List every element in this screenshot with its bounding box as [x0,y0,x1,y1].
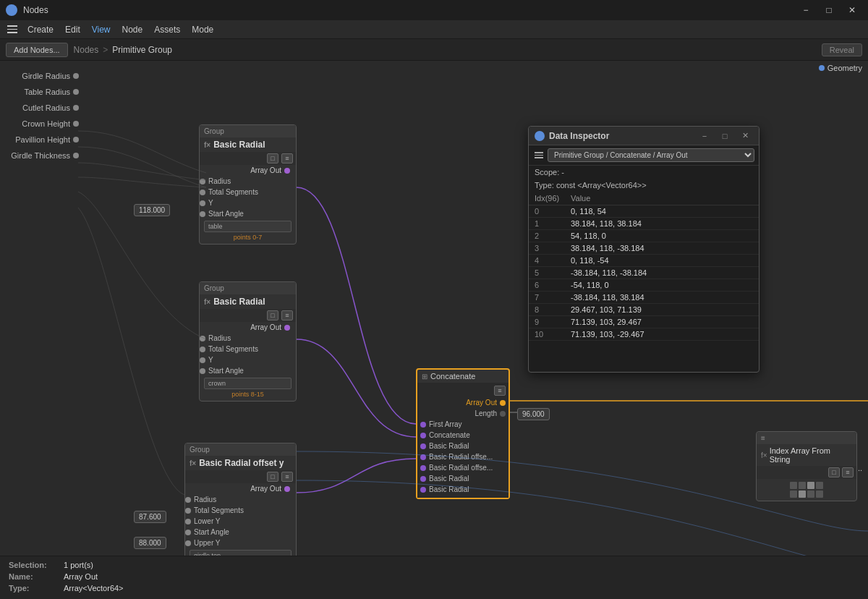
input-dot-segs-3[interactable] [185,508,191,514]
node-folder-btn-1[interactable]: □ [267,153,278,163]
input-dot-start-2[interactable] [200,368,205,374]
status-row-selection: Selection: 1 port(s) [9,561,859,569]
status-selection-value: 1 port(s) [64,561,93,569]
hamburger-line3 [7,32,17,33]
input-dot-y-2[interactable] [200,357,205,363]
node-label-box-2: crown [204,378,292,389]
menu-mode[interactable]: Mode [186,22,219,37]
input-dot-start-3[interactable] [185,530,191,535]
di-col-idx: Idx(96) [535,194,571,203]
maximize-button[interactable]: □ [819,2,839,18]
menu-node[interactable]: Node [116,22,149,37]
fx-badge-3: f× [190,459,196,467]
di-path-select[interactable]: Primitive Group / Concatenate / Array Ou… [548,148,754,162]
di-minimize-btn[interactable]: − [697,129,712,143]
input-lower-y-3: Lower Y [185,516,296,527]
di-table-row: 6-54, 118, 0 [529,279,759,292]
value-box-96[interactable]: 96.000 [517,408,550,420]
di-cell-val: -38.184, 118, 38.184 [571,293,753,302]
node-menu-btn-1[interactable]: ≡ [281,153,293,163]
di-cell-idx: 4 [535,256,571,265]
input-dot-radius-1[interactable] [200,179,205,184]
di-maximize-btn[interactable]: □ [717,129,733,143]
array-out-dot-3[interactable] [284,486,290,492]
pavillion-height-dot[interactable] [73,137,79,143]
cutlet-radius-dot[interactable] [73,105,79,111]
crown-height-dot[interactable] [73,121,79,127]
value-box-118[interactable]: 118.000 [134,204,170,216]
ia-folder-btn[interactable]: □ [828,467,840,477]
minimize-button[interactable]: − [796,2,816,18]
table-radius-dot[interactable] [73,89,79,95]
value-box-87[interactable]: 87.600 [134,511,166,523]
input-dot-start-1[interactable] [200,211,205,217]
node-folder-btn-2[interactable]: □ [267,310,278,320]
concat-out-dot[interactable] [500,400,506,406]
ia-menu-btn[interactable]: ≡ [842,467,854,477]
node-menu-btn-3[interactable]: ≡ [281,472,293,482]
node-output-2: Array Out [200,322,296,333]
concat-input-4: Basic Radial offse... [417,462,509,473]
di-table-body[interactable]: 00, 118, 54138.184, 118, 38.184254, 118,… [529,205,759,372]
menu-assets[interactable]: Assets [148,22,186,37]
array-out-dot-1[interactable] [284,168,290,174]
add-nodes-button[interactable]: Add Nodes... [6,43,68,57]
di-cell-idx: 9 [535,318,571,326]
menu-create[interactable]: Create [22,22,59,37]
node-output-3: Array Out [185,483,296,494]
di-cell-idx: 3 [535,244,571,252]
label-crown-height: Crown Height [0,116,83,132]
canvas-area[interactable]: Geometry Girdle Radius Table Radius Cutl… [0,61,868,556]
node-label-box-3: girdle top [190,550,292,556]
status-selection-label: Selection: [9,561,59,569]
di-hamburger[interactable] [533,150,545,160]
input-dot-lowery-3[interactable] [185,519,191,524]
node-toolbar-2: □ ≡ [200,309,296,322]
concat-in-dot-5[interactable] [420,476,426,482]
input-dot-segs-1[interactable] [200,190,205,195]
concat-array-out: Array Out [417,397,509,408]
input-dot-radius-2[interactable] [200,336,205,341]
status-name-value: Array Out [64,572,98,581]
menu-view[interactable]: View [86,22,116,37]
breadcrumb: Nodes > Primitive Group [74,45,172,55]
menu-edit[interactable]: Edit [59,22,86,37]
reveal-button[interactable]: Reveal [822,43,862,56]
di-cell-val: -38.184, 118, -38.184 [571,268,753,277]
girdle-radius-dot[interactable] [73,73,79,79]
hamburger-menu[interactable] [3,22,22,36]
input-dot-radius-3[interactable] [185,497,191,503]
value-box-88[interactable]: 88.000 [134,537,166,549]
breadcrumb-separator: > [103,45,108,55]
input-dot-y-1[interactable] [200,200,205,206]
geometry-text: Geometry [827,64,862,72]
node-title-3: f× Basic Radial offset y [185,456,296,470]
menu-bar: Create Edit View Node Assets Mode [0,20,868,39]
node-sublabel-1: points 0-7 [200,234,296,244]
node-toolbar-1: □ ≡ [200,152,296,165]
input-dot-segs-2[interactable] [200,347,205,352]
node-menu-btn-2[interactable]: ≡ [281,310,293,320]
di-table-row: 971.139, 103, 29.467 [529,316,759,328]
node-folder-btn-3[interactable]: □ [267,472,278,482]
label-girdle-thickness: Girdle Thickness [0,148,83,163]
concat-in-dot-2[interactable] [420,443,426,449]
concat-in-dot-3[interactable] [420,454,426,460]
girdle-thickness-dot[interactable] [73,153,79,158]
concat-in-dot-4[interactable] [420,465,426,471]
concat-input-concat: Concatenate [417,430,509,441]
input-dot-uppery-3[interactable] [185,540,191,546]
concat-in-dot-6[interactable] [420,487,426,493]
concat-menu-btn[interactable]: ≡ [494,386,506,396]
array-out-dot-2[interactable] [284,325,290,331]
concat-in-dot-1[interactable] [420,433,426,438]
concat-length-dot[interactable] [500,411,506,417]
close-button[interactable]: ✕ [842,2,862,18]
di-toolbar: Primitive Group / Concatenate / Array Ou… [529,145,759,166]
di-cell-val: 0, 118, -54 [571,256,753,265]
input-total-segs-3: Total Segments [185,505,296,516]
di-table-row: 829.467, 103, 71.139 [529,304,759,316]
di-close-btn[interactable]: ✕ [737,129,753,143]
concat-in-dot-0[interactable] [420,422,426,428]
input-radius-1: Radius [200,176,296,187]
